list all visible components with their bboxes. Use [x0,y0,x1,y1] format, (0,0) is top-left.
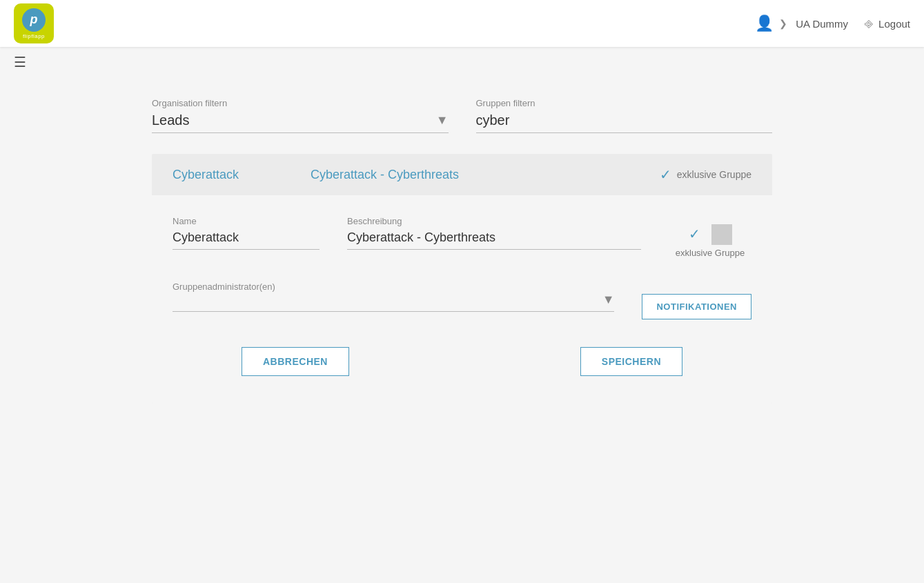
organisation-dropdown-arrow-icon: ▼ [436,113,449,128]
main-content: Organisation filtern Leads ▼ Gruppen fil… [0,77,924,424]
group-header-exclusive: ✓ exklusive Gruppe [660,166,751,183]
exclusive-detail-check-icon: ✓ [689,226,700,242]
notifikationen-button[interactable]: NOTIFIKATIONEN [642,294,751,319]
admin-row: Gruppenadministrator(en) ▼ NOTIFIKATIONE… [173,280,751,319]
exclusive-detail-label: exklusive Gruppe [676,248,745,259]
beschreibung-input[interactable] [347,230,641,250]
gruppe-filter-wrapper [476,112,773,133]
exclusive-check-row: ✓ [689,223,732,245]
group-detail-panel: Name Beschreibung ✓ exklusive Gruppe [152,195,772,404]
organisation-filter-label: Organisation filtern [152,98,449,108]
organisation-filter-value: Leads [152,112,436,128]
logo-letter: p [30,12,38,27]
filter-row: Organisation filtern Leads ▼ Gruppen fil… [152,98,772,133]
hamburger-menu[interactable]: ☰ [0,47,924,77]
chevron-right-icon: ❯ [779,18,787,29]
name-field: Name [173,216,320,250]
exclusive-group-section: ✓ exklusive Gruppe [669,216,751,259]
action-buttons-row: ABBRECHEN SPEICHERN [173,347,751,376]
exclusive-image-placeholder [711,224,732,245]
user-icon: 👤 [755,14,774,32]
header-right: 👤 ❯ UA Dummy ⎆ Logout [755,14,910,32]
beschreibung-label: Beschreibung [347,216,641,226]
logout-icon[interactable]: ⎆ [865,16,873,32]
admin-dropdown-arrow-icon: ▼ [602,293,615,307]
admin-field: Gruppenadministrator(en) ▼ [173,280,614,312]
gruppe-filter-label: Gruppen filtern [476,98,773,108]
username: UA Dummy [796,18,848,30]
organisation-filter-group: Organisation filtern Leads ▼ [152,98,449,133]
abbrechen-button[interactable]: ABBRECHEN [242,347,349,376]
group-header-desc: Cyberattack - Cyberthreats [311,168,660,182]
group-card: Cyberattack Cyberattack - Cyberthreats ✓… [152,154,772,404]
group-header-name: Cyberattack [173,168,311,182]
logo-label: flipflapp [22,33,46,39]
logout-label[interactable]: Logout [878,18,910,30]
speichern-button[interactable]: SPEICHERN [580,347,682,376]
notif-section: NOTIFIKATIONEN [642,280,751,319]
name-desc-row: Name Beschreibung ✓ exklusive Gruppe [173,216,751,259]
exclusive-group-label: exklusive Gruppe [677,169,751,180]
group-header-row[interactable]: Cyberattack Cyberattack - Cyberthreats ✓… [152,154,772,195]
name-label: Name [173,216,320,226]
name-input[interactable] [173,230,320,250]
admin-label: Gruppenadministrator(en) [173,281,275,292]
organisation-filter-select[interactable]: Leads ▼ [152,112,449,133]
beschreibung-field: Beschreibung [347,216,641,250]
app-header: p flipflapp 👤 ❯ UA Dummy ⎆ Logout [0,0,924,47]
exclusive-check-icon: ✓ [660,166,671,183]
gruppe-filter-group: Gruppen filtern [476,98,773,133]
logo[interactable]: p flipflapp [14,3,54,43]
admin-select[interactable]: ▼ [173,293,614,312]
gruppe-filter-input[interactable] [476,112,773,128]
